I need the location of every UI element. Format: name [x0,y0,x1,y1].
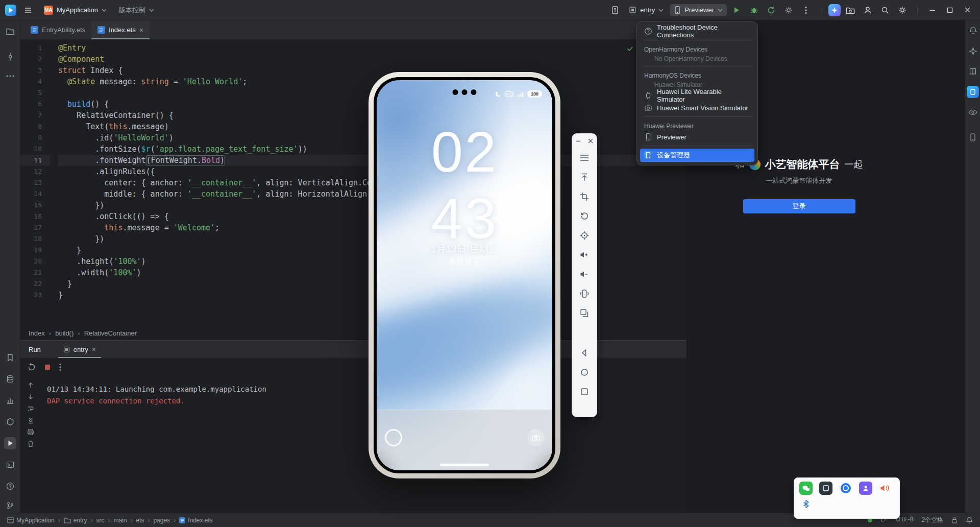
line-number[interactable]: 5 [20,87,50,99]
simulator-volume-down-icon[interactable] [578,268,591,281]
camera-shortcut-button[interactable] [527,429,545,446]
phone-screen[interactable]: 100 02 43 1月13日 星期二 冬月廿五 [374,77,555,473]
notifications-bell-icon[interactable] [966,517,973,524]
line-number[interactable]: 1 [20,42,50,54]
print-icon[interactable] [27,428,34,436]
line-number[interactable]: 20 [20,256,50,267]
restart-button[interactable] [764,3,779,17]
simulator-close-icon[interactable] [587,138,594,144]
browser-tray-icon[interactable] [839,482,852,495]
more-tools-icon[interactable] [4,70,16,82]
rerun-button[interactable] [28,363,36,371]
menu-item-troubleshoot[interactable]: Troubleshoot Device Connections [640,25,754,37]
line-number[interactable]: 2 [20,54,50,65]
inspections-ok-icon[interactable] [626,45,633,52]
scroll-to-bottom-icon[interactable] [27,393,34,400]
inspector-panel-icon[interactable] [967,106,979,118]
run-tool-icon[interactable] [4,437,16,449]
simulator-phone-window[interactable]: 100 02 43 1月13日 星期二 冬月廿五 [369,72,560,478]
wechat-tray-icon[interactable] [799,482,813,495]
line-number[interactable]: 8 [20,121,50,132]
docs-panel-icon[interactable] [967,65,979,78]
code-line-3[interactable]: struct Index { [58,65,687,76]
project-tool-icon[interactable] [4,25,16,37]
line-number[interactable]: 7 [20,110,50,121]
commit-tool-icon[interactable] [4,51,16,63]
home-indicator[interactable] [440,464,489,466]
run-config-selector[interactable]: entry [625,4,668,16]
menu-item-previewer[interactable]: Previewer [640,131,754,143]
terminal-tool-icon[interactable] [4,459,16,471]
line-number[interactable]: 19 [20,245,50,256]
notifications-icon[interactable] [967,24,979,36]
status-widget[interactable]: 2个空格 [921,516,943,524]
simulator-screenshot-icon[interactable] [578,190,591,203]
line-number[interactable]: 17 [20,222,50,233]
status-path-item[interactable]: Index.ets [179,517,213,524]
profiler-tool-icon[interactable] [4,394,16,406]
clear-console-icon[interactable] [27,440,34,447]
line-number[interactable]: 10 [20,143,50,155]
line-number[interactable]: 12 [20,166,50,177]
close-window-button[interactable] [960,3,975,17]
stop-button[interactable] [44,364,51,371]
code-line-1[interactable]: @Entry [58,42,687,54]
breadcrumb-item[interactable]: RelativeContainer [84,329,137,337]
git-branch-tool-icon[interactable] [4,499,16,512]
status-path-item[interactable]: src [96,517,104,524]
status-path-item[interactable]: MyApplication [7,517,55,524]
search-button[interactable] [877,3,893,17]
line-number[interactable]: 23 [20,290,50,301]
profiler-button[interactable] [781,3,796,17]
bookmarks-tool-icon[interactable] [4,351,16,364]
maximize-window-button[interactable] [942,3,958,17]
phone-translate-icon[interactable] [607,3,623,17]
status-path-item[interactable]: main [113,517,127,524]
close-tab-icon[interactable]: × [139,27,143,34]
build-tool-icon[interactable] [4,373,16,385]
vcs-selector[interactable]: 版本控制 [115,4,158,17]
simulator-vibrate-icon[interactable] [578,287,591,300]
ai-panel-icon[interactable] [967,45,979,57]
line-number[interactable]: 11 [20,155,50,166]
services-tool-icon[interactable] [4,416,16,428]
menu-item-device-manager[interactable]: 设备管理器 [640,149,754,162]
line-number[interactable]: 18 [20,233,50,245]
debug-button[interactable] [746,3,762,17]
device-selector[interactable]: Previewer [670,4,727,16]
run-button[interactable] [729,3,744,17]
run-tab-entry[interactable]: entry × [58,341,101,358]
line-number[interactable]: 9 [20,132,50,143]
status-path-item[interactable]: pages [153,517,170,524]
simulator-menu-icon[interactable] [578,151,591,164]
line-number[interactable]: 14 [20,188,50,200]
minimize-window-button[interactable] [925,3,940,17]
line-number[interactable]: 4 [20,76,50,87]
main-menu-button[interactable] [20,3,36,17]
line-number[interactable]: 3 [20,65,50,76]
line-number[interactable]: 6 [20,99,50,110]
breadcrumb-item[interactable]: Index [29,329,45,337]
scroll-to-end-icon[interactable] [27,417,34,424]
scroll-to-top-icon[interactable] [27,381,34,389]
simulator-multi-window-icon[interactable] [578,306,591,320]
close-tab-icon[interactable]: × [92,345,96,353]
login-button[interactable]: 登录 [743,199,855,213]
account-button[interactable] [860,3,875,17]
line-number[interactable]: 16 [20,211,50,222]
volume-tray-icon[interactable] [879,482,892,495]
code-line-2[interactable]: @Component [58,54,687,65]
breadcrumb-item[interactable]: build() [55,329,74,337]
settings-button[interactable] [895,3,910,17]
device-manager-button[interactable] [843,3,858,17]
status-breadcrumb[interactable]: MyApplication›entry›src›main›ets›pages›I… [7,517,213,524]
line-number[interactable]: 21 [20,267,50,278]
ai-assistant-button[interactable] [828,4,841,16]
soft-wrap-icon[interactable] [27,405,34,412]
line-number[interactable]: 22 [20,278,50,290]
code-line-4[interactable]: @State message: string = 'Hello World'; [58,76,687,87]
simulator-volume-up-icon[interactable] [578,248,591,261]
more-actions-button[interactable] [798,3,814,17]
run-more-options-icon[interactable] [59,363,61,371]
editor-tab-index-ets[interactable]: Index.ets× [91,20,150,39]
